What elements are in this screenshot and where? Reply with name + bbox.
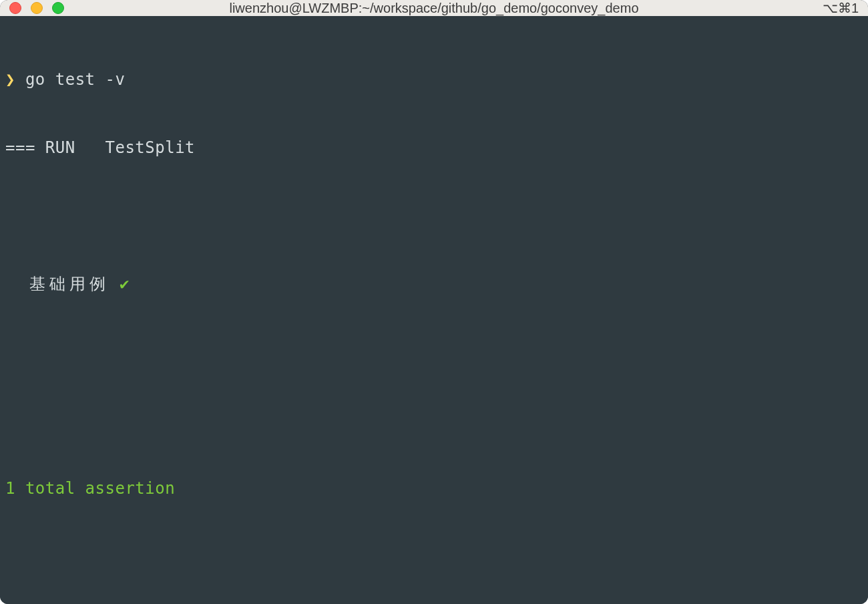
blank-line xyxy=(5,204,863,227)
window-title: liwenzhou@LWZMBP:~/workspace/github/go_d… xyxy=(229,1,638,16)
command-line: ❯ go test -v xyxy=(5,68,863,91)
minimize-icon[interactable] xyxy=(31,2,43,14)
blank-line xyxy=(5,545,863,568)
shortcut-hint: ⌥⌘1 xyxy=(823,0,859,16)
case-1-label: 基础用例 xyxy=(29,275,110,293)
terminal-body[interactable]: ❯ go test -v === RUN TestSplit 基础用例 ✔ 1 … xyxy=(0,16,868,604)
blank-line xyxy=(5,409,863,432)
terminal-window: liwenzhou@LWZMBP:~/workspace/github/go_d… xyxy=(0,0,868,604)
command-text: go test -v xyxy=(25,70,126,89)
titlebar: liwenzhou@LWZMBP:~/workspace/github/go_d… xyxy=(0,0,868,16)
case-1: 基础用例 ✔ xyxy=(5,273,863,295)
check-icon: ✔ xyxy=(120,275,130,293)
window-controls xyxy=(9,2,64,14)
close-icon[interactable] xyxy=(9,2,21,14)
maximize-icon[interactable] xyxy=(52,2,64,14)
assertions-1: 1 total assertion xyxy=(5,477,863,500)
blank-line xyxy=(5,341,863,363)
output-run: === RUN TestSplit xyxy=(5,136,863,159)
prompt-icon: ❯ xyxy=(5,70,15,89)
